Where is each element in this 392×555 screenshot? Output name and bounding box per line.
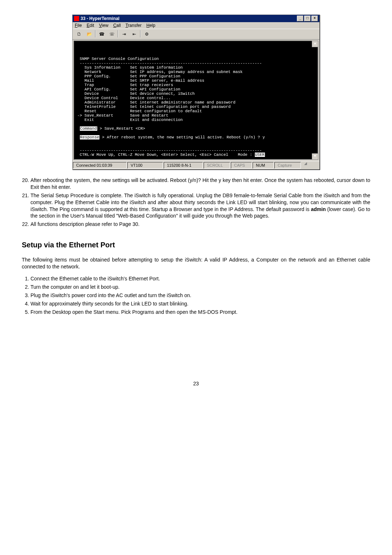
- titlebar: 33 - HyperTerminal _ □ ×: [73, 15, 319, 22]
- status-capture: Capture: [274, 162, 301, 169]
- menu-transfer[interactable]: Transfer: [126, 23, 142, 28]
- properties-icon[interactable]: ⚙: [142, 30, 151, 38]
- window-title: 33 - HyperTerminal: [81, 16, 119, 21]
- status-connected: Connected 01:03:39: [73, 162, 127, 169]
- list-item: From the Desktop open the Start menu. Pi…: [30, 309, 370, 316]
- status-caps: CAPS: [231, 162, 252, 169]
- section-heading: Setup via the Ethernet Port: [22, 241, 370, 249]
- call-icon[interactable]: ☎: [97, 30, 106, 38]
- scroll-up-button[interactable]: ▲: [312, 41, 318, 47]
- numbered-list-1: Connect the Ethernet cable to the iSwitc…: [22, 275, 370, 315]
- page-number: 23: [22, 381, 370, 386]
- send-icon[interactable]: ⇥: [120, 30, 128, 38]
- status-baud: 115200 8-N-1: [164, 162, 203, 169]
- menu-call[interactable]: Call: [113, 23, 121, 28]
- list-item: All functions description please refer t…: [30, 221, 370, 228]
- list-item: Plug the iSwitch's power cord into the A…: [30, 292, 370, 299]
- status-num: NUM: [253, 162, 274, 169]
- status-scroll: SCROLL: [204, 162, 230, 169]
- list-item: Connect the Ethernet cable to the iSwitc…: [30, 275, 370, 282]
- resize-grip-icon[interactable]: ◢: [301, 161, 308, 169]
- menu-view[interactable]: View: [99, 23, 109, 28]
- maximize-button[interactable]: □: [304, 16, 311, 21]
- intro-paragraph: The following items must be obtained bef…: [22, 256, 370, 270]
- terminal-output: ▲ ▼ SNMP Server Console Configuration --…: [74, 41, 318, 160]
- open-icon[interactable]: 📂: [85, 30, 94, 38]
- app-icon: [74, 16, 79, 21]
- receive-icon[interactable]: ⇤: [130, 30, 139, 38]
- status-term: VT100: [127, 162, 163, 169]
- hyperterminal-window: 33 - HyperTerminal _ □ × File Edit View …: [72, 15, 320, 170]
- minimize-button[interactable]: _: [297, 16, 303, 21]
- menubar: File Edit View Call Transfer Help: [73, 22, 319, 29]
- menu-edit[interactable]: Edit: [87, 23, 94, 28]
- list-item: Turn the computer on and let it boot-up.: [30, 284, 370, 291]
- list-item: The Serial Setup Procedure is complete. …: [30, 192, 370, 220]
- statusbar: Connected 01:03:39 VT100 115200 8-N-1 SC…: [73, 161, 319, 169]
- toolbar: 🗋 📂 ☎ ☏ ⇥ ⇤ ⚙: [73, 29, 319, 40]
- list-item: Wait for approximately thirty seconds fo…: [30, 300, 370, 307]
- close-button[interactable]: ×: [311, 16, 318, 21]
- menu-help[interactable]: Help: [146, 23, 155, 28]
- list-item: After rebooting the system, the new sett…: [30, 177, 370, 191]
- new-icon[interactable]: 🗋: [75, 30, 83, 38]
- menu-file[interactable]: File: [75, 23, 82, 28]
- scroll-down-button[interactable]: ▼: [312, 153, 318, 160]
- disconnect-icon[interactable]: ☏: [107, 30, 116, 38]
- numbered-list-20: After rebooting the system, the new sett…: [22, 177, 370, 228]
